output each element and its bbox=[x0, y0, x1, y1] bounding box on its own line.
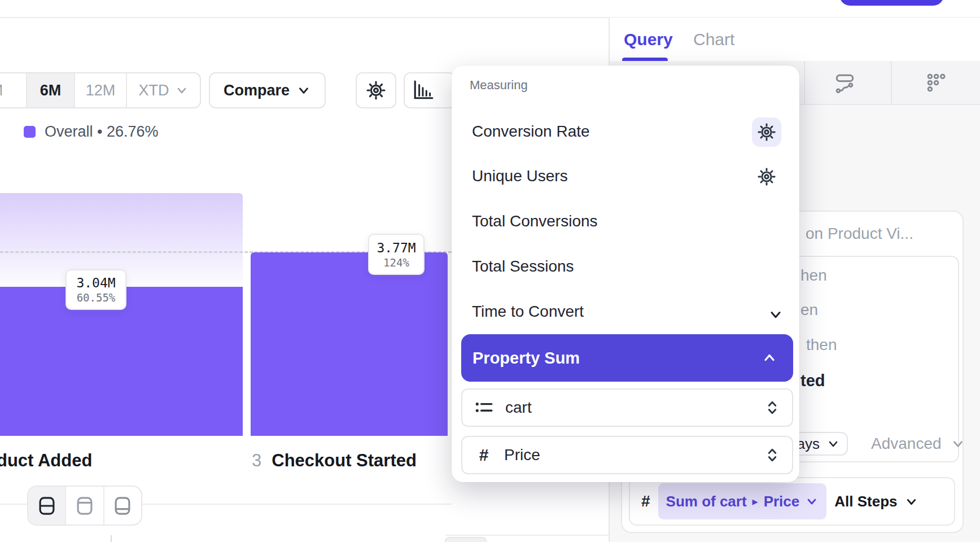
bar-tooltip: 3.04M 60.55% bbox=[65, 269, 126, 310]
time-range-3m[interactable]: M bbox=[0, 73, 27, 107]
app-window: M 6M 12M XTD Compare bbox=[0, 0, 980, 542]
unique-users-settings-button[interactable] bbox=[752, 162, 781, 191]
step-label-checkout-started: 3 Checkout Started bbox=[252, 451, 417, 471]
list-icon bbox=[475, 399, 494, 416]
step-label-product-added: duct Added bbox=[0, 451, 92, 471]
breakdown-button[interactable] bbox=[926, 72, 947, 94]
chevron-down-icon bbox=[175, 84, 189, 97]
number-type-icon: # bbox=[641, 492, 650, 510]
advanced-dropdown[interactable]: Advanced bbox=[871, 435, 965, 453]
save-button[interactable] bbox=[839, 0, 944, 6]
chevron-down-icon bbox=[805, 495, 819, 508]
toolbar-divider bbox=[891, 61, 892, 104]
bar-tooltip: 3.77M 124% bbox=[368, 234, 425, 275]
measure-property-chip[interactable]: Sum of cart ▸ Price bbox=[658, 483, 827, 519]
measuring-dropdown: Measuring Conversion Rate Unique Users T… bbox=[452, 65, 799, 482]
layout-split-rows-button[interactable] bbox=[28, 487, 66, 524]
tooltip-value: 3.04M bbox=[76, 276, 115, 290]
split-horizontal-icon bbox=[38, 496, 55, 515]
measured-as-row: # Sum of cart ▸ Price All Steps bbox=[629, 477, 955, 526]
dropdown-title: Measuring bbox=[470, 78, 528, 93]
unfold-icon bbox=[765, 447, 780, 464]
all-steps-dropdown[interactable]: All Steps bbox=[834, 493, 918, 510]
tab-chart[interactable]: Chart bbox=[693, 18, 734, 61]
funnel-bar-checkout-started[interactable] bbox=[251, 252, 448, 436]
gear-icon bbox=[758, 123, 776, 141]
chevron-down-icon bbox=[296, 83, 311, 98]
property-select[interactable]: # Price bbox=[461, 436, 793, 474]
query-card-title: on Product Vi... bbox=[806, 225, 913, 243]
chevron-down-icon bbox=[768, 307, 784, 322]
chevron-down-icon bbox=[951, 436, 965, 451]
tooltip-percent: 124% bbox=[383, 256, 409, 269]
menu-item-property-sum-selected[interactable]: Property Sum bbox=[461, 334, 793, 382]
chevron-up-icon bbox=[762, 350, 777, 366]
menu-item-time-to-convert[interactable]: Time to Convert bbox=[472, 303, 584, 321]
legend-label: Overall • 26.76% bbox=[45, 123, 159, 141]
flows-icon bbox=[834, 72, 856, 94]
layout-toggle-group bbox=[27, 486, 142, 526]
time-range-segmented-control: M 6M 12M XTD bbox=[0, 72, 201, 108]
number-type-icon: # bbox=[475, 445, 493, 465]
layout-bottom-bar-button[interactable] bbox=[104, 487, 141, 524]
split-bottom-icon bbox=[114, 496, 131, 515]
split-top-icon bbox=[76, 496, 93, 515]
next-chart-divider bbox=[446, 535, 610, 536]
dots-grid-icon bbox=[926, 72, 947, 94]
chart-type-button[interactable] bbox=[404, 72, 456, 108]
next-chart-bar-top bbox=[445, 537, 487, 542]
menu-item-total-sessions[interactable]: Total Sessions bbox=[472, 257, 574, 276]
next-chart-tick bbox=[111, 535, 112, 542]
series-legend: Overall • 26.76% bbox=[24, 123, 159, 141]
step-fragment: then bbox=[806, 336, 837, 354]
time-range-6m[interactable]: 6M bbox=[27, 73, 75, 107]
chevron-down-icon bbox=[826, 437, 840, 451]
gear-icon bbox=[366, 81, 386, 100]
time-range-xtd[interactable]: XTD bbox=[127, 73, 200, 107]
flows-button[interactable] bbox=[834, 72, 856, 94]
panel-tabs: Query Chart bbox=[610, 18, 980, 61]
conversion-rate-settings-button[interactable] bbox=[752, 117, 781, 147]
gear-icon bbox=[758, 168, 776, 186]
step-fragment: en bbox=[800, 301, 818, 319]
step-fragment: hen bbox=[800, 266, 827, 285]
layout-top-bar-button[interactable] bbox=[66, 487, 104, 524]
menu-item-unique-users[interactable]: Unique Users bbox=[472, 167, 568, 185]
menu-item-conversion-rate[interactable]: Conversion Rate bbox=[472, 123, 590, 141]
chevron-down-icon bbox=[904, 495, 918, 509]
compare-button[interactable]: Compare bbox=[209, 72, 326, 108]
property-event-select[interactable]: cart bbox=[461, 388, 793, 427]
chart-settings-button[interactable] bbox=[356, 72, 396, 108]
breadcrumb-arrow-icon: ▸ bbox=[753, 495, 758, 508]
tooltip-percent: 60.55% bbox=[77, 291, 116, 304]
tooltip-value: 3.77M bbox=[377, 241, 415, 255]
step-name-fragment: ted bbox=[800, 371, 825, 390]
time-range-12m[interactable]: 12M bbox=[75, 73, 127, 107]
legend-swatch bbox=[24, 126, 36, 138]
funnel-chart-icon bbox=[413, 80, 434, 101]
menu-item-total-conversions[interactable]: Total Conversions bbox=[472, 212, 598, 230]
unfold-icon bbox=[765, 399, 780, 416]
tab-query[interactable]: Query bbox=[624, 18, 673, 61]
toolbar-divider bbox=[804, 61, 805, 104]
